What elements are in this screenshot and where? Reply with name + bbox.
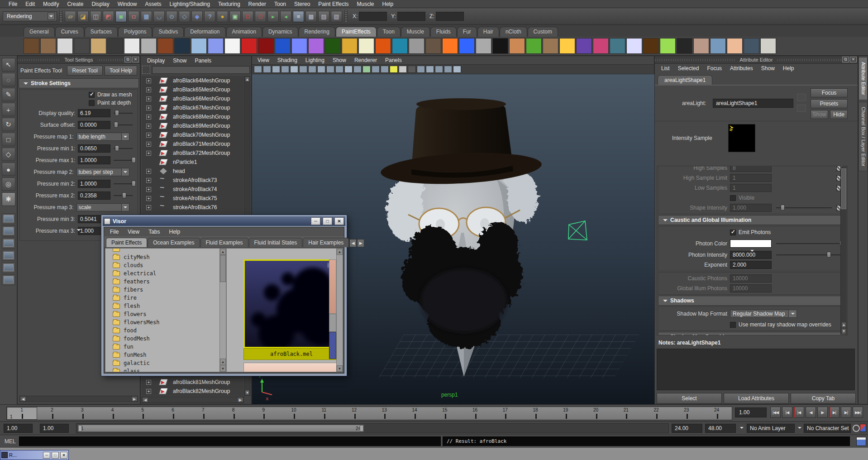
outliner-filter-input[interactable] (152, 66, 250, 74)
viewport-toolbar-icon[interactable] (335, 66, 343, 73)
outliner-item[interactable]: afroBlack67MeshGroup (142, 103, 244, 112)
animation-end-field[interactable]: 48.00 (705, 424, 736, 433)
shelf-tab[interactable]: Custom (528, 27, 558, 37)
shelf-brush-icon[interactable] (576, 38, 592, 54)
attribute-vscrollbar[interactable]: ▲ ▼ (840, 167, 847, 335)
shelf-brush-icon[interactable] (710, 38, 726, 54)
minimized-window-titlebar[interactable]: R... ─ □ ✕ (0, 450, 69, 460)
shelf-tab[interactable]: Muscle (401, 27, 430, 37)
panel-menu-item[interactable]: Help (779, 65, 798, 72)
folder-item[interactable]: galactic (106, 359, 219, 367)
viewport-toolbar-icon[interactable] (272, 66, 280, 73)
shape-intensity-slider[interactable] (776, 204, 832, 212)
minimize-icon[interactable]: ─ (311, 217, 320, 225)
tabs-scroll-left-icon[interactable]: ◀ (349, 239, 357, 247)
expand-icon[interactable] (146, 124, 151, 129)
shelf-brush-icon[interactable] (258, 38, 274, 54)
frame-tick[interactable]: 16 (460, 407, 490, 420)
scroll-down-icon[interactable]: ▼ (841, 328, 846, 334)
command-language-label[interactable]: MEL (5, 438, 16, 445)
frame-tick[interactable]: 15 (430, 407, 460, 420)
shelf-brush-icon[interactable] (425, 38, 441, 54)
viewport-toolbar-icon[interactable] (453, 66, 461, 73)
viewport-toolbar-icon[interactable] (299, 66, 307, 73)
undock-panel-icon[interactable]: ⧉ (842, 57, 849, 62)
frame-tick[interactable]: 21 (611, 407, 641, 420)
menu-item[interactable]: Muscle (353, 0, 378, 8)
expand-icon[interactable] (146, 96, 151, 101)
shelf-tab[interactable]: Subdivs (153, 27, 184, 37)
toolbox-tool-button[interactable]: □ (2, 133, 15, 146)
folder-item[interactable]: foodMesh (106, 335, 219, 343)
emit-photons-checkbox[interactable] (730, 230, 736, 235)
dropdown-arrow-icon[interactable] (122, 133, 130, 141)
visible-checkbox[interactable] (730, 195, 736, 201)
shelf-tab[interactable]: Surfaces (85, 27, 118, 37)
field-value[interactable]: 0.2358 (78, 192, 110, 200)
shelf-brush-icon[interactable] (442, 38, 458, 54)
photon-color-swatch[interactable] (730, 240, 772, 248)
shadow-map-format-dropdown[interactable]: Regular Shadow Map (730, 310, 789, 318)
shelf-brush-icon[interactable] (559, 38, 575, 54)
brush-thumbnail-next[interactable] (243, 363, 339, 372)
toolbox-tool-button[interactable]: ✱ (2, 192, 15, 206)
viewport-toolbar-icon[interactable] (254, 66, 262, 73)
anim-layer-field[interactable]: No Anim Layer (747, 424, 795, 433)
character-set-field[interactable]: No Character Set (804, 424, 851, 433)
attribute-editor-titlebar[interactable]: Attribute Editor ⧉ ✕ (655, 56, 858, 64)
undock-panel-icon[interactable]: ⧉ (124, 57, 131, 62)
swap-output-node-icon[interactable] (797, 105, 806, 112)
menu-set-selector[interactable]: Rendering (3, 11, 57, 21)
menu-item[interactable]: Help (378, 0, 398, 8)
field-slider[interactable] (114, 144, 133, 153)
status-icon[interactable]: Ω (242, 11, 253, 22)
status-icon[interactable]: ▦ (141, 11, 152, 22)
mental-ray-override-checkbox[interactable] (730, 322, 736, 328)
scroll-right-icon[interactable]: ▶ (237, 397, 243, 402)
panel-menu-item[interactable]: Shading (274, 57, 301, 64)
shelf-brush-icon[interactable] (476, 38, 491, 54)
outliner-item[interactable]: afroBlack64MeshGroup (142, 76, 244, 85)
frame-tick[interactable]: 13 (369, 407, 400, 420)
select-button[interactable]: Select (657, 393, 722, 404)
status-icon[interactable]: ▱ (65, 11, 76, 22)
panel-menu-item[interactable]: Attributes (726, 65, 757, 72)
viewport-toolbar-icon[interactable] (344, 66, 353, 73)
shelf-tab[interactable]: PaintEffects (336, 27, 377, 37)
folder-item[interactable]: funMesh (106, 351, 219, 359)
viewport-toolbar-icon[interactable] (426, 66, 434, 73)
field-slider[interactable] (114, 156, 133, 164)
panel-menu-item[interactable]: Show (758, 65, 778, 72)
shelf-brush-icon[interactable] (124, 38, 140, 54)
outliner-item[interactable]: afroBlack82MeshGroup (142, 387, 244, 396)
checkbox[interactable] (89, 100, 95, 106)
viewport-toolbar-icon[interactable] (308, 66, 316, 73)
shelf-brush-icon[interactable] (24, 38, 39, 54)
shelf-brush-icon[interactable] (40, 38, 56, 54)
toolbox-tool-button[interactable]: ◌ (2, 73, 15, 86)
scroll-right-icon[interactable]: ▶ (131, 396, 138, 402)
shelf-brush-icon[interactable] (459, 38, 475, 54)
menu-item[interactable]: Modify (39, 0, 63, 8)
frame-tick[interactable]: 2 (37, 407, 67, 420)
shelf-tab[interactable]: Fluids (430, 27, 457, 37)
visor-menu-item[interactable]: View (124, 228, 143, 235)
viewport-toolbar-icon[interactable] (444, 66, 452, 73)
panel-menu-item[interactable]: Show (169, 57, 190, 64)
brush-thumbnail-selected[interactable] (243, 259, 339, 348)
outliner-item[interactable]: strokeAfroBlack74 (142, 185, 244, 194)
stroke-settings-section-header[interactable]: Stroke Settings (19, 78, 139, 88)
frame-tick[interactable]: 5 (128, 407, 158, 420)
status-icon[interactable]: ▸ (267, 11, 279, 22)
status-icon[interactable]: ▨ (318, 11, 329, 22)
frame-tick[interactable]: 4 (97, 407, 128, 420)
shelf-brush-icon[interactable] (744, 38, 759, 54)
frame-tick[interactable]: 8 (218, 407, 248, 420)
outliner-item[interactable]: head (142, 167, 244, 176)
expand-icon[interactable] (146, 389, 151, 394)
show-button[interactable]: Show (811, 110, 828, 119)
copy-tab-button[interactable]: Copy Tab (791, 393, 856, 404)
animation-preferences-icon[interactable] (860, 424, 866, 432)
layout-persp-graph-button[interactable] (2, 250, 15, 261)
visor-tab[interactable]: Ocean Examples (148, 238, 200, 247)
